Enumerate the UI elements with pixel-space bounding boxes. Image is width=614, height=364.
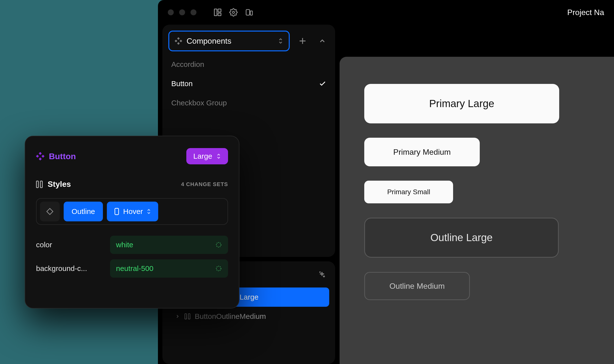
layer-row-outline-medium[interactable]: ButtonOutlineMedium [168, 307, 329, 326]
updown-icon [278, 38, 283, 44]
canvas-tabs [340, 25, 614, 57]
svg-rect-5 [250, 11, 252, 15]
close-window-button[interactable] [168, 9, 174, 15]
columns-icon [36, 181, 43, 188]
component-list: Accordion Button Checkbox Group [168, 60, 329, 107]
demo-button-outline-large[interactable]: Outline Large [364, 218, 559, 258]
svg-rect-6 [177, 37, 180, 40]
devices-icon[interactable] [243, 6, 255, 18]
style-inspector: Button Large Styles 4 CHANGE SETS Outlin… [25, 136, 239, 308]
collapse-button[interactable] [315, 34, 329, 48]
demo-button-primary-small[interactable]: Primary Small [364, 181, 453, 203]
svg-rect-14 [36, 155, 39, 158]
svg-rect-0 [214, 9, 217, 16]
component-item-button[interactable]: Button [171, 79, 326, 88]
prop-value-background[interactable]: neutral-500 [110, 259, 228, 278]
frame-icon [185, 313, 190, 319]
project-name[interactable]: Project Na [567, 8, 604, 17]
component-item-accordion[interactable]: Accordion [171, 60, 326, 69]
svg-point-18 [216, 243, 221, 247]
inspector-title: Button [36, 152, 76, 161]
updown-icon [146, 208, 151, 215]
svg-rect-12 [39, 152, 42, 155]
link-icon [215, 265, 222, 272]
prop-value-color[interactable]: white [110, 236, 228, 254]
canvas-area: Primary Large Primary Medium Primary Sma… [340, 25, 614, 364]
zoom-window-button[interactable] [191, 9, 196, 15]
svg-rect-4 [246, 10, 249, 15]
demo-button-primary-large[interactable]: Primary Large [364, 84, 559, 123]
prop-row-color: color white [36, 236, 228, 254]
sparkle-icon[interactable] [318, 270, 326, 278]
updown-icon [216, 153, 221, 159]
svg-rect-13 [39, 157, 42, 160]
prop-label: background-c... [36, 264, 103, 273]
svg-rect-16 [47, 209, 53, 215]
variant-pill[interactable]: Outline [64, 202, 103, 221]
link-icon [215, 241, 222, 248]
components-icon [175, 37, 182, 45]
prop-label: color [36, 241, 103, 249]
size-selector[interactable]: Large [186, 148, 228, 164]
minimize-window-button[interactable] [179, 9, 185, 15]
svg-point-19 [216, 266, 221, 271]
inspector-title-text: Button [49, 152, 76, 161]
svg-rect-17 [115, 208, 119, 215]
gear-icon[interactable] [228, 6, 239, 18]
size-selector-label: Large [193, 152, 212, 160]
svg-rect-7 [177, 42, 180, 45]
device-icon [114, 208, 120, 215]
panel-selector[interactable]: Components [168, 31, 290, 51]
demo-button-primary-medium[interactable]: Primary Medium [364, 138, 480, 166]
svg-rect-2 [218, 13, 221, 16]
state-pill[interactable]: Hover [107, 202, 158, 221]
variant-state-selector: Outline Hover [36, 198, 228, 225]
base-variant-button[interactable] [40, 202, 60, 221]
panel-selector-label: Components [187, 37, 273, 46]
svg-rect-15 [41, 155, 44, 158]
style-properties: color white background-c... neutral-500 [36, 236, 228, 278]
layout-icon[interactable] [212, 6, 224, 18]
check-icon [319, 80, 326, 87]
demo-button-outline-medium[interactable]: Outline Medium [364, 272, 470, 300]
svg-rect-8 [175, 40, 177, 42]
svg-rect-9 [180, 40, 182, 42]
styles-heading: Styles [36, 180, 71, 189]
canvas-surface[interactable]: Primary Large Primary Medium Primary Sma… [340, 57, 614, 364]
svg-rect-1 [218, 9, 221, 12]
component-icon [36, 152, 44, 160]
add-button[interactable] [296, 34, 309, 48]
chevron-right-icon [175, 314, 180, 319]
prop-row-background: background-c... neutral-500 [36, 259, 228, 278]
svg-point-3 [232, 11, 235, 14]
component-item-checkbox-group[interactable]: Checkbox Group [171, 99, 326, 107]
changesets-count[interactable]: 4 CHANGE SETS [181, 181, 228, 188]
titlebar: Project Na [158, 0, 614, 25]
window-controls [168, 9, 196, 15]
